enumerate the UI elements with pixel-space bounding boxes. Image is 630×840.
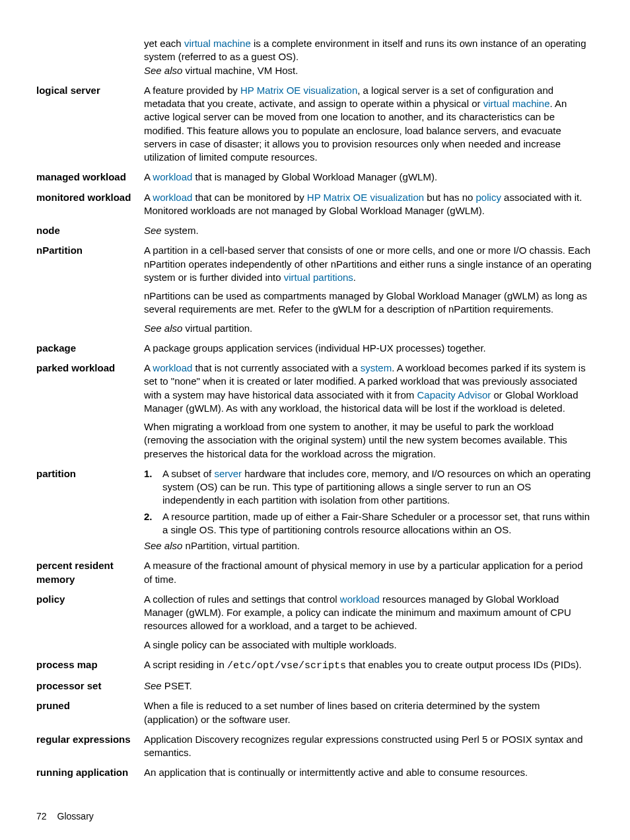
- definition-npartition: A partition in a cell-based server that …: [144, 244, 594, 339]
- definition-pruned: When a file is reduced to a set number o…: [144, 699, 594, 730]
- glossary-entry-managed-workload: managed workload A workload that is mana…: [36, 171, 594, 188]
- term-package: package: [36, 342, 144, 355]
- link-virtual-machine[interactable]: virtual machine: [483, 98, 550, 109]
- page-footer: 72Glossary: [36, 810, 594, 823]
- term-partition: partition: [36, 467, 144, 480]
- text: nPartitions can be used as compartments …: [144, 289, 594, 317]
- link-virtual-machine[interactable]: virtual machine: [184, 38, 251, 49]
- text: yet each: [144, 38, 184, 49]
- list-item: A resource partition, made up of either …: [144, 510, 594, 537]
- glossary-entry-processor-set: processor set See PSET.: [36, 679, 594, 697]
- text: that is managed by Global Workload Manag…: [192, 171, 437, 182]
- text: A script residing in: [144, 659, 227, 670]
- definition-regular-expressions: Application Discovery recognizes regular…: [144, 733, 594, 764]
- definition-package: A package groups application services (i…: [144, 342, 594, 359]
- term-regular-expressions: regular expressions: [36, 733, 144, 746]
- link-virtual-partitions[interactable]: virtual partitions: [284, 272, 353, 283]
- definition-percent-resident-memory: A measure of the fractional amount of ph…: [144, 559, 594, 590]
- glossary-entry-logical-server: logical server A feature provided by HP …: [36, 84, 594, 169]
- text: that is not currently associated with a: [192, 362, 360, 373]
- numbered-list: A subset of server hardware that include…: [144, 467, 594, 537]
- list-item: A subset of server hardware that include…: [144, 467, 594, 508]
- page-number: 72: [36, 811, 47, 821]
- see-label: See: [144, 225, 162, 236]
- see-also-target: virtual partition.: [182, 323, 252, 334]
- link-hp-matrix-oe-visualization[interactable]: HP Matrix OE visualization: [307, 192, 424, 203]
- glossary-entry-node: node See system.: [36, 224, 594, 241]
- term-managed-workload: managed workload: [36, 171, 144, 184]
- glossary-entry-process-map: process map A script residing in /etc/op…: [36, 658, 594, 677]
- glossary-entry-partition: partition A subset of server hardware th…: [36, 467, 594, 557]
- text: A collection of rules and settings that …: [144, 593, 340, 605]
- text: A measure of the fractional amount of ph…: [144, 559, 594, 586]
- see-label: See: [144, 680, 162, 691]
- see-also-target: nPartition, virtual partition.: [182, 540, 300, 551]
- definition-logical-server: A feature provided by HP Matrix OE visua…: [144, 84, 594, 169]
- term-processor-set: processor set: [36, 679, 144, 693]
- text: A: [144, 192, 153, 203]
- glossary-entry-parked-workload: parked workload A workload that is not c…: [36, 362, 594, 465]
- text: When migrating a workload from one syste…: [144, 420, 594, 461]
- link-workload[interactable]: workload: [340, 593, 380, 605]
- term-monitored-workload: monitored workload: [36, 191, 144, 204]
- text: A feature provided by: [144, 85, 240, 96]
- definition-managed-workload: A workload that is managed by Global Wor…: [144, 171, 594, 188]
- text: A single policy can be associated with m…: [144, 638, 594, 652]
- term-parked-workload: parked workload: [36, 362, 144, 375]
- definition-parked-workload: A workload that is not currently associa…: [144, 362, 594, 465]
- link-system[interactable]: system: [361, 362, 392, 373]
- term-percent-resident-memory: percent resident memory: [36, 559, 144, 586]
- link-workload[interactable]: workload: [153, 171, 192, 182]
- definition-monitored-workload: A workload that can be monitored by HP M…: [144, 191, 594, 222]
- definition-partition: A subset of server hardware that include…: [144, 467, 594, 557]
- text: Application Discovery recognizes regular…: [144, 733, 594, 760]
- glossary-entry-pruned: pruned When a file is reduced to a set n…: [36, 699, 594, 730]
- glossary-entry-package: package A package groups application ser…: [36, 342, 594, 359]
- section-title: Glossary: [57, 811, 94, 821]
- glossary-entry-monitored-workload: monitored workload A workload that can b…: [36, 191, 594, 222]
- text: .: [353, 272, 356, 283]
- see-target: system.: [162, 225, 199, 236]
- link-policy[interactable]: policy: [476, 192, 501, 203]
- glossary-entry-policy: policy A collection of rules and setting…: [36, 593, 594, 656]
- see-also-label: See also: [144, 65, 182, 76]
- text: When a file is reduced to a set number o…: [144, 699, 594, 726]
- definition-policy: A collection of rules and settings that …: [144, 593, 594, 656]
- term-npartition: nPartition: [36, 244, 144, 257]
- link-capacity-advisor[interactable]: Capacity Advisor: [417, 389, 491, 401]
- term-running-application: running application: [36, 766, 144, 779]
- text: but has no: [424, 192, 475, 203]
- definition-running-application: An application that is continually or in…: [144, 766, 594, 783]
- text: that can be monitored by: [192, 192, 306, 203]
- definition-continuation: yet each virtual machine is a complete e…: [144, 37, 594, 81]
- glossary-entry-running-application: running application An application that …: [36, 766, 594, 783]
- text: that enables you to create output proces…: [346, 659, 582, 670]
- text: An application that is continually or in…: [144, 766, 594, 779]
- text: A package groups application services (i…: [144, 342, 594, 355]
- see-also-targets: virtual machine, VM Host.: [182, 65, 298, 76]
- text: A: [144, 171, 153, 182]
- link-workload[interactable]: workload: [153, 362, 192, 373]
- glossary-entry-percent-resident-memory: percent resident memory A measure of the…: [36, 559, 594, 590]
- definition-node: See system.: [144, 224, 594, 241]
- path-text: /etc/opt/vse/scripts: [227, 660, 346, 671]
- text: A: [144, 362, 153, 373]
- term-node: node: [36, 224, 144, 237]
- see-target: PSET.: [162, 680, 192, 691]
- see-also-label: See also: [144, 540, 182, 551]
- link-server[interactable]: server: [214, 468, 242, 479]
- term-pruned: pruned: [36, 699, 144, 712]
- glossary-entry-continuation: yet each virtual machine is a complete e…: [36, 37, 594, 81]
- see-also-label: See also: [144, 323, 182, 334]
- text: A partition in a cell-based server that …: [144, 245, 592, 283]
- text: A subset of: [162, 468, 214, 479]
- link-hp-matrix-oe-visualization[interactable]: HP Matrix OE visualization: [240, 85, 357, 96]
- term-process-map: process map: [36, 658, 144, 671]
- definition-processor-set: See PSET.: [144, 679, 594, 697]
- glossary-entry-npartition: nPartition A partition in a cell-based s…: [36, 244, 594, 339]
- glossary-entry-regular-expressions: regular expressions Application Discover…: [36, 733, 594, 764]
- term-logical-server: logical server: [36, 84, 144, 97]
- definition-process-map: A script residing in /etc/opt/vse/script…: [144, 658, 594, 677]
- link-workload[interactable]: workload: [153, 192, 192, 203]
- term-policy: policy: [36, 593, 144, 606]
